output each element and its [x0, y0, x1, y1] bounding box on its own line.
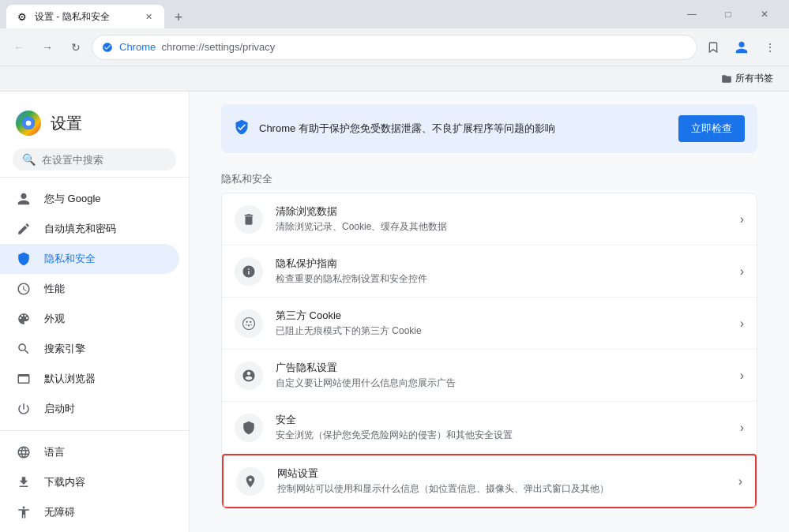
tab-favicon: ⚙	[16, 10, 28, 23]
banner-text: Chrome 有助于保护您免受数据泄露、不良扩展程序等问题的影响	[259, 122, 555, 136]
privacy-guide-item[interactable]: 隐私保护指南 检查重要的隐私控制设置和安全控件 ›	[222, 245, 757, 298]
sidebar-item-browser-label: 默认浏览器	[44, 372, 96, 386]
sidebar-item-autofill-label: 自动填充和密码	[44, 222, 116, 236]
search-icon: 🔍	[22, 153, 36, 166]
arrow-icon-4: ›	[740, 421, 744, 435]
content-scroll: Chrome 有助于保护您免受数据泄露、不良扩展程序等问题的影响 立即检查 隐私…	[190, 104, 789, 532]
clear-browsing-title: 清除浏览数据	[276, 204, 727, 219]
sidebar-item-search-label: 搜索引擎	[44, 342, 85, 356]
menu-button[interactable]: ⋮	[757, 35, 783, 60]
sidebar-divider-2	[0, 430, 189, 431]
search-bar[interactable]: 🔍	[13, 148, 176, 170]
cookie-desc: 已阻止无痕模式下的第三方 Cookie	[276, 324, 727, 338]
sidebar: 设置 🔍 您与 Google	[0, 92, 190, 532]
sidebar-item-appearance[interactable]: 外观	[0, 304, 179, 334]
clear-browsing-item[interactable]: 清除浏览数据 清除浏览记录、Cookie、缓存及其他数据 ›	[222, 193, 757, 245]
sidebar-item-appearance-label: 外观	[44, 312, 65, 326]
sidebar-item-startup-label: 启动时	[44, 402, 75, 416]
address-bar-text: Chrome chrome://settings/privacy	[119, 41, 687, 53]
sidebar-item-download[interactable]: 下载内容	[0, 467, 179, 497]
trash-icon-container	[235, 205, 263, 234]
arrow-icon-5: ›	[738, 474, 742, 489]
tab-bar: ⚙ 设置 - 隐私和安全 ✕ +	[6, 0, 674, 28]
ad-privacy-title: 广告隐私设置	[276, 361, 727, 375]
palette-icon	[16, 312, 32, 326]
banner-shield-icon	[234, 119, 250, 139]
sidebar-item-google-label: 您与 Google	[44, 192, 101, 206]
privacy-guide-title: 隐私保护指南	[276, 257, 727, 271]
back-button[interactable]: ←	[6, 35, 32, 60]
title-bar: ⚙ 设置 - 隐私和安全 ✕ + — □ ✕	[0, 0, 789, 28]
maximize-button[interactable]: □	[710, 2, 746, 27]
bookmarks-bar: 所有书签	[0, 66, 789, 92]
sidebar-item-google[interactable]: 您与 Google	[0, 184, 179, 214]
cookie-icon-container	[235, 309, 263, 338]
search-input[interactable]	[42, 154, 167, 166]
section-title: 隐私和安全	[221, 172, 757, 186]
ad-privacy-item[interactable]: 广告隐私设置 自定义要让网站使用什么信息向您展示广告 ›	[222, 350, 757, 402]
ad-privacy-text: 广告隐私设置 自定义要让网站使用什么信息向您展示广告	[276, 361, 727, 390]
sidebar-item-accessibility-label: 无障碍	[44, 505, 75, 519]
minimize-button[interactable]: —	[674, 2, 710, 27]
svg-point-5	[250, 320, 251, 322]
sidebar-item-system[interactable]: 系统	[0, 527, 179, 532]
arrow-icon-1: ›	[740, 264, 744, 279]
address-url: chrome://settings/privacy	[159, 41, 275, 53]
sidebar-item-browser[interactable]: 默认浏览器	[0, 364, 179, 394]
security-icon-container	[235, 414, 263, 442]
sidebar-item-download-label: 下载内容	[44, 475, 85, 489]
main-content: Chrome 有助于保护您免受数据泄露、不良扩展程序等问题的影响 立即检查 隐私…	[190, 92, 789, 532]
address-bar[interactable]: Chrome chrome://settings/privacy	[92, 35, 697, 60]
arrow-icon-0: ›	[740, 212, 744, 227]
active-tab[interactable]: ⚙ 设置 - 隐私和安全 ✕	[6, 5, 164, 28]
sidebar-item-accessibility[interactable]: 无障碍	[0, 497, 179, 527]
arrow-icon-3: ›	[740, 369, 744, 383]
third-party-cookie-item[interactable]: 第三方 Cookie 已阻止无痕模式下的第三方 Cookie ›	[222, 298, 757, 350]
chrome-logo	[16, 111, 41, 136]
site-settings-title: 网站设置	[277, 466, 726, 481]
sidebar-item-performance-label: 性能	[44, 282, 65, 296]
accessibility-icon	[16, 505, 32, 519]
close-button[interactable]: ✕	[746, 2, 783, 27]
sidebar-item-performance[interactable]: 性能	[0, 274, 179, 304]
banner-left: Chrome 有助于保护您免受数据泄露、不良扩展程序等问题的影响	[234, 119, 555, 139]
site-settings-desc: 控制网站可以使用和显示什么信息（如位置信息、摄像头、弹出式窗口及其他）	[277, 482, 726, 496]
download-icon	[16, 475, 32, 489]
tab-close-button[interactable]: ✕	[142, 10, 155, 23]
person-icon	[16, 192, 32, 206]
lock-icon	[102, 42, 113, 53]
cookie-title: 第三方 Cookie	[276, 309, 727, 323]
svg-point-3	[243, 317, 255, 329]
sidebar-header: 设置	[0, 98, 189, 148]
power-icon	[16, 402, 32, 416]
nav-bar: ← → ↻ Chrome chrome://settings/privacy ⋮	[0, 28, 789, 66]
tab-title: 设置 - 隐私和安全	[35, 10, 136, 24]
svg-point-8	[250, 324, 252, 325]
cookie-text: 第三方 Cookie 已阻止无痕模式下的第三方 Cookie	[276, 309, 727, 338]
sidebar-item-search[interactable]: 搜索引擎	[0, 334, 179, 364]
settings-page: 设置 🔍 您与 Google	[0, 92, 789, 532]
svg-point-6	[248, 324, 250, 326]
bookmarks-folder-label: 所有书签	[735, 72, 773, 85]
security-desc: 安全浏览（保护您免受危险网站的侵害）和其他安全设置	[276, 429, 727, 442]
refresh-button[interactable]: ↻	[63, 35, 88, 60]
privacy-guide-text: 隐私保护指南 检查重要的隐私控制设置和安全控件	[276, 257, 727, 286]
check-now-button[interactable]: 立即检查	[678, 115, 745, 142]
bookmark-button[interactable]	[701, 35, 726, 60]
sidebar-item-startup[interactable]: 启动时	[0, 394, 179, 424]
bookmarks-folder[interactable]: 所有书签	[715, 70, 780, 87]
site-settings-item[interactable]: 网站设置 控制网站可以使用和显示什么信息（如位置信息、摄像头、弹出式窗口及其他）…	[222, 454, 757, 508]
security-item[interactable]: 安全 安全浏览（保护您免受危险网站的侵害）和其他安全设置 ›	[222, 402, 757, 454]
new-tab-button[interactable]: +	[167, 6, 190, 28]
shield-icon	[16, 252, 32, 266]
profile-button[interactable]	[729, 35, 754, 60]
privacy-guide-icon-container	[235, 257, 263, 286]
sidebar-item-autofill[interactable]: 自动填充和密码	[0, 214, 179, 244]
sidebar-item-language[interactable]: 语言	[0, 437, 179, 467]
sidebar-item-privacy[interactable]: 隐私和安全	[0, 244, 179, 274]
svg-point-2	[26, 121, 32, 126]
site-settings-text: 网站设置 控制网站可以使用和显示什么信息（如位置信息、摄像头、弹出式窗口及其他）	[277, 466, 726, 496]
security-title: 安全	[276, 413, 727, 427]
sidebar-divider	[0, 177, 189, 178]
forward-button[interactable]: →	[35, 35, 60, 60]
